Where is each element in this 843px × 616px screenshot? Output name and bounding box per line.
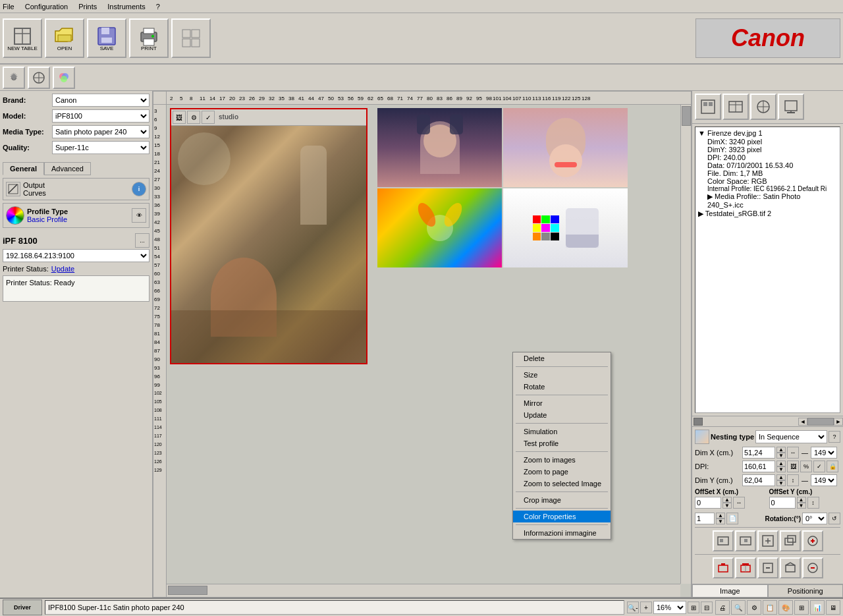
left-image[interactable]: 🖼 ⚙ ✓ studio xyxy=(170,108,367,364)
printer-options-button[interactable]: ... xyxy=(135,233,150,248)
dimx-unit-select[interactable]: 149,4 xyxy=(811,447,837,459)
output-icon[interactable] xyxy=(6,182,20,196)
menu-file[interactable]: File xyxy=(3,3,14,11)
menu-help[interactable]: ? xyxy=(156,3,160,11)
action-icon3[interactable] xyxy=(757,530,778,551)
page-number-input[interactable] xyxy=(695,513,715,524)
menu-configuration[interactable]: Configuration xyxy=(25,3,68,11)
action-icon6[interactable] xyxy=(713,557,734,578)
canvas-area[interactable]: 2 5 8 11 14 17 20 23 26 29 32 35 38 41 4… xyxy=(153,91,692,598)
img-tool3-icon[interactable]: ✓ xyxy=(202,111,215,124)
dimy-input[interactable] xyxy=(742,474,775,486)
ctx-simulation-item[interactable]: Simulation xyxy=(513,426,611,437)
status-icon8[interactable]: 🖥 xyxy=(826,600,840,615)
dimx-lock-icon[interactable]: ↔ xyxy=(787,447,799,459)
dpi-icon3[interactable]: ✓ xyxy=(813,461,825,472)
offsetx-up[interactable]: ▲ xyxy=(722,497,732,503)
offsetx-icon[interactable]: ↔ xyxy=(733,497,745,509)
tab-image[interactable]: Image xyxy=(692,584,768,598)
status-icon2[interactable]: 🔍 xyxy=(731,600,746,615)
media-type-select[interactable]: Satin photo paper 240 xyxy=(52,125,150,138)
tree-expand-icon[interactable]: ▶ Media Profile:: Satin Photo 240_S+.icc xyxy=(697,192,838,209)
new-table-button[interactable]: NEW TABLE xyxy=(3,18,42,58)
zoom-fit-button[interactable]: ⊞ xyxy=(688,602,699,613)
tree-item-firenze[interactable]: ▼ Firenze dev.jpg 1 xyxy=(697,128,838,138)
offsety-icon[interactable]: ↕ xyxy=(807,497,819,509)
dimx-up-arrow[interactable]: ▲ xyxy=(776,447,786,453)
ctx-zoomimages-item[interactable]: Zoom to images xyxy=(513,454,611,466)
rotation-reset-icon[interactable]: ↺ xyxy=(829,513,840,524)
offsety-down[interactable]: ▼ xyxy=(797,503,806,509)
open-button[interactable]: OPEN xyxy=(45,18,84,58)
rt-btn4[interactable] xyxy=(778,94,804,120)
ip-select[interactable]: 192.168.64.213:9100 xyxy=(3,249,150,262)
dimy-lock-icon[interactable]: ↕ xyxy=(787,474,799,486)
status-icon5[interactable]: 🎨 xyxy=(778,600,793,615)
rt-btn2[interactable] xyxy=(722,94,749,120)
canvas-content[interactable]: 🖼 ⚙ ✓ studio xyxy=(167,105,691,584)
rt-btn1[interactable] xyxy=(695,94,721,120)
tab-positioning[interactable]: Positioning xyxy=(768,584,844,598)
action-icon10[interactable] xyxy=(802,557,823,578)
file-tree[interactable]: ▼ Firenze dev.jpg 1 DimX: 3240 pixel Dim… xyxy=(695,126,840,413)
ctx-testprofile-item[interactable]: Test profile xyxy=(513,437,611,449)
status-icon7[interactable]: 📊 xyxy=(810,600,825,615)
tree-item-testdatei[interactable]: ▶ Testdatei_sRGB.tif 2 xyxy=(697,209,838,219)
action-icon2[interactable] xyxy=(735,530,756,551)
ctx-colorprops-item[interactable]: Color Properties xyxy=(513,511,611,522)
nav-button[interactable] xyxy=(171,18,211,58)
dpi-icon1[interactable]: 🖼 xyxy=(787,461,799,472)
page-up[interactable]: ▲ xyxy=(716,513,725,518)
quality-select[interactable]: Super-11c xyxy=(52,141,150,154)
action-icon9[interactable] xyxy=(780,557,801,578)
rotation-select[interactable]: 0° xyxy=(802,513,827,524)
ctx-cropimage-item[interactable]: Crop image xyxy=(513,494,611,506)
dimx-input[interactable] xyxy=(742,447,775,459)
info-icon[interactable]: i xyxy=(132,182,146,196)
zoom-fit2-button[interactable]: ⊟ xyxy=(701,602,713,613)
nesting-select[interactable]: In Sequence xyxy=(755,430,827,443)
dpi-up-arrow[interactable]: ▲ xyxy=(776,461,786,466)
color-button[interactable] xyxy=(53,67,75,89)
action-icon7[interactable] xyxy=(735,557,756,578)
dpi-down-arrow[interactable]: ▼ xyxy=(776,466,786,472)
save-button[interactable]: SAVE xyxy=(87,18,126,58)
settings-button[interactable] xyxy=(3,67,25,89)
ctx-zoomselected-item[interactable]: Zoom to selected Image xyxy=(513,478,611,490)
zoom-select[interactable]: 8% 16% 25% 50% 100% xyxy=(653,601,686,614)
offsetx-input[interactable] xyxy=(695,497,721,509)
ctx-zoompage-item[interactable]: Zoom to page xyxy=(513,466,611,478)
menu-prints[interactable]: Prints xyxy=(78,3,97,11)
print-button[interactable]: PRINT xyxy=(129,18,169,58)
action-icon8[interactable] xyxy=(757,557,778,578)
action-icon5[interactable] xyxy=(802,530,823,551)
model-select[interactable]: iPF8100 xyxy=(52,109,150,123)
offsetx-down[interactable]: ▼ xyxy=(722,503,732,509)
status-icon6[interactable]: ⊞ xyxy=(794,600,809,615)
rt-btn3[interactable] xyxy=(750,94,776,120)
action-icon4[interactable] xyxy=(780,530,801,551)
dpi-input[interactable] xyxy=(742,461,775,472)
tool2-button[interactable] xyxy=(28,67,50,89)
brand-select[interactable]: Canon xyxy=(52,94,150,107)
status-icon1[interactable]: 🖨 xyxy=(715,600,730,615)
page-down[interactable]: ▼ xyxy=(716,518,725,524)
ctx-mirror-item[interactable]: Mirror xyxy=(513,397,611,409)
ctx-size-item[interactable]: Size xyxy=(513,369,611,381)
nesting-help-icon[interactable]: ? xyxy=(829,431,840,443)
dimy-down-arrow[interactable]: ▼ xyxy=(776,480,786,486)
printer-status-link[interactable]: Update xyxy=(51,265,74,273)
img-tool1-icon[interactable]: 🖼 xyxy=(173,111,186,124)
ctx-rotate-item[interactable]: Rotate xyxy=(513,381,611,393)
zoom-in-button[interactable]: + xyxy=(640,602,652,613)
dimy-unit-select[interactable]: 149,4 xyxy=(811,474,837,486)
dimy-up-arrow[interactable]: ▲ xyxy=(776,474,786,480)
menu-instruments[interactable]: Instruments xyxy=(107,3,145,11)
page-icon[interactable]: 📄 xyxy=(726,513,738,524)
ctx-imageinfo-item[interactable]: Informazioni immagine xyxy=(513,527,611,539)
status-icon4[interactable]: 📋 xyxy=(763,600,777,615)
right-collage[interactable] xyxy=(377,108,628,267)
dpi-lock-icon[interactable]: 🔒 xyxy=(827,461,838,472)
ctx-delete-item[interactable]: Delete xyxy=(513,352,611,364)
ctx-update-item[interactable]: Update xyxy=(513,409,611,421)
